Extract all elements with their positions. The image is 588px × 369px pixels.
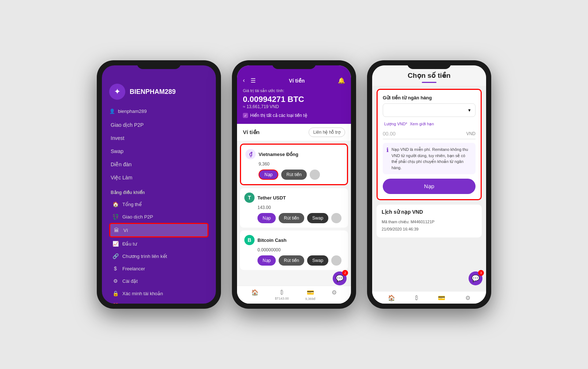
phone-deposit: Chọn số tiền Gửi tiền từ ngân hàng ▾ Lượ… — [367, 60, 491, 309]
wallet-icon: 🏛 — [113, 227, 120, 233]
history-section: Lịch sử nạp VND Mã tham chiếu: M44601121… — [377, 205, 482, 237]
wallet-header: ‹ ☰ Ví tiền 🔔 Giá trị tài sản ước tính: … — [237, 65, 351, 124]
swap-button-usdt[interactable]: Swap — [307, 213, 328, 223]
nap-button-vnd[interactable]: Nạp — [259, 170, 278, 180]
more-button-vnd[interactable] — [310, 170, 320, 180]
currency-amount-bch: 0.00000000 — [257, 247, 344, 252]
trade-icon: 💱 — [112, 214, 119, 220]
sidebar-item-forum[interactable]: Diễn đàn — [109, 158, 209, 171]
nav3-home[interactable]: 🏠 — [388, 294, 395, 301]
currency-header-usdt: T Tether USDT — [244, 193, 344, 203]
rut-button-usdt[interactable]: Rút tiền — [279, 213, 304, 223]
wallet-tab-label[interactable]: Ví tiền — [243, 129, 260, 136]
nav3-wallet[interactable]: 💳 — [438, 294, 445, 301]
wallet-tabs: Ví tiền Liên hệ hỗ trợ — [237, 124, 351, 141]
sidebar-item-label-cai-dat: Cài đặt — [122, 278, 138, 284]
sidebar-item-label-lien-ket: Chương trình liên kết — [122, 254, 167, 259]
wallet-header-top: ‹ ☰ Ví tiền 🔔 — [243, 77, 345, 84]
sidebar-item-gioi-thieu[interactable]: 🎁 Giới thiệu một người bạn — [109, 300, 209, 304]
phone-screen-3: Chọn số tiền Gửi tiền từ ngân hàng ▾ Lượ… — [372, 65, 486, 304]
currency-actions-vnd: Nạp Rút tiền — [259, 170, 343, 180]
vnd-icon: ₫ — [245, 149, 256, 159]
nav-btc[interactable]: ₿ $T143.00 — [275, 289, 289, 301]
nap-button-usdt[interactable]: Nạp — [257, 213, 276, 223]
bch-icon: B — [244, 235, 255, 245]
nap-button-bch[interactable]: Nạp — [257, 255, 276, 266]
balance-btc: 0.00994271 BTC — [243, 95, 345, 104]
limit-link[interactable]: Xem giới hạn — [410, 122, 434, 126]
nav-settings[interactable]: ⚙ — [332, 289, 337, 301]
sidebar-item-invest[interactable]: Invest — [109, 132, 209, 145]
home-nav-icon: 🏠 — [251, 289, 259, 296]
sidebar-item-lien-ket[interactable]: 🔗 Chương trình liên kết — [109, 250, 209, 262]
more-button-bch[interactable] — [331, 255, 341, 266]
chat-bubble-3[interactable]: 💬 3 — [469, 271, 482, 285]
phone-notch-1 — [137, 60, 181, 69]
phone-sidebar: ✦ BIENPHAM289 👤 bienpham289 Giao dịch P2… — [97, 60, 221, 309]
sidebar-item-label-giao-dich: Giao dịch P2P — [122, 214, 153, 220]
checkbox-icon: ✓ — [243, 113, 248, 118]
history-ref-label: Mã tham chiếu: M44601121P — [382, 218, 477, 226]
bank-label: Gửi tiền từ ngân hàng — [383, 95, 476, 100]
show-all-label: Hiển thị tất cả các loại tiền tệ — [250, 113, 307, 118]
title-underline — [422, 82, 436, 83]
currency-list: ₫ Vietnamese Đồng 9,360 Nạp Rút tiền T T… — [237, 141, 351, 286]
amount-value: 00.00 — [383, 131, 396, 137]
phone-screen-1: ✦ BIENPHAM289 👤 bienpham289 Giao dịch P2… — [102, 65, 216, 304]
currency-amount-vnd: 9,360 — [259, 161, 343, 167]
phone-notch-3 — [407, 60, 451, 69]
sidebar-item-dau-tu[interactable]: 📈 Đầu tư — [109, 237, 209, 250]
support-button[interactable]: Liên hệ hỗ trợ — [309, 128, 345, 137]
lock-icon: 🔒 — [112, 290, 119, 296]
more-button-usdt[interactable] — [331, 213, 341, 223]
usdt-icon: T — [244, 193, 255, 203]
wallet-page-title: Ví tiền — [289, 78, 305, 84]
nav-wallet[interactable]: 💳 9,369đ — [305, 289, 316, 301]
currency-name-usdt: Tether USDT — [257, 195, 286, 201]
rut-button-vnd[interactable]: Rút tiền — [281, 170, 307, 180]
currency-actions-bch: Nạp Rút tiền Swap — [257, 255, 344, 266]
back-icon[interactable]: ‹ — [243, 77, 245, 84]
nav3-settings[interactable]: ⚙ — [465, 294, 470, 301]
history-title: Lịch sử nạp VND — [382, 209, 477, 215]
rut-button-bch[interactable]: Rút tiền — [279, 255, 304, 266]
info-box: ℹ Nạp VND là miễn phí. Remitano không th… — [383, 143, 476, 174]
dollar-icon: $ — [112, 266, 119, 271]
sidebar-item-label-tong-the: Tổng thể — [122, 202, 142, 207]
sidebar-item-freelancer[interactable]: $ Freelancer — [109, 262, 209, 275]
home-icon: 🏠 — [112, 201, 119, 207]
sidebar-item-p2p[interactable]: Giao dịch P2P — [109, 118, 209, 132]
chat-badge-3: 3 — [478, 270, 484, 276]
invest-icon: 📈 — [112, 241, 119, 247]
sidebar-item-swap[interactable]: Swap — [109, 145, 209, 158]
sidebar-user: 👤 bienpham289 — [109, 109, 209, 114]
history-ref: Mã tham chiếu: M44601121P 21/09/2020 16:… — [382, 218, 477, 233]
currency-item-usdt: T Tether USDT 143.00 Nạp Rút tiền Swap — [240, 188, 348, 228]
wallet-nav-icon: 💳 — [307, 289, 314, 296]
nav-home[interactable]: 🏠 — [251, 289, 259, 301]
nap-main-button[interactable]: Nạp — [383, 179, 476, 194]
sidebar-item-cai-dat[interactable]: ⚙ Cài đặt — [109, 275, 209, 287]
sidebar-item-jobs[interactable]: Việc Làm — [109, 171, 209, 184]
sidebar-item-giao-dich[interactable]: 💱 Giao dịch P2P — [109, 210, 209, 223]
nav3-btc[interactable]: ₿ — [415, 294, 418, 301]
bottom-nav-2: 🏠 ₿ $T143.00 💳 9,369đ ⚙ — [237, 286, 351, 304]
swap-button-bch[interactable]: Swap — [307, 255, 328, 266]
currency-actions-usdt: Nạp Rút tiền Swap — [257, 213, 344, 223]
bell-icon[interactable]: 🔔 — [338, 77, 345, 84]
app-title: BIENPHAM289 — [130, 88, 176, 96]
currency-name-vnd: Vietnamese Đồng — [259, 152, 298, 157]
sidebar-item-tong-the[interactable]: 🏠 Tổng thể — [109, 198, 209, 210]
sidebar-item-vi[interactable]: 🏛 Ví — [109, 223, 209, 237]
sidebar-section-title: Bảng điều khiển — [111, 190, 207, 195]
bottom-nav-3: 🏠 ₿ 💳 ⚙ — [372, 291, 486, 304]
sidebar-item-xac-minh[interactable]: 🔒 Xác minh tài khoản — [109, 287, 209, 300]
menu-icon[interactable]: ☰ — [251, 77, 256, 84]
show-all-toggle[interactable]: ✓ Hiển thị tất cả các loại tiền tệ — [243, 113, 345, 118]
currency-name-bch: Bitcoin Cash — [257, 237, 286, 243]
currency-item-vnd: ₫ Vietnamese Đồng 9,360 Nạp Rút tiền — [240, 144, 348, 185]
settings-nav-icon: ⚙ — [332, 289, 337, 296]
chat-bubble[interactable]: 💬 2 — [333, 271, 347, 285]
bank-select[interactable]: ▾ — [383, 103, 476, 117]
info-text: Nạp VND là miễn phí. Remitano không thu … — [392, 147, 472, 171]
